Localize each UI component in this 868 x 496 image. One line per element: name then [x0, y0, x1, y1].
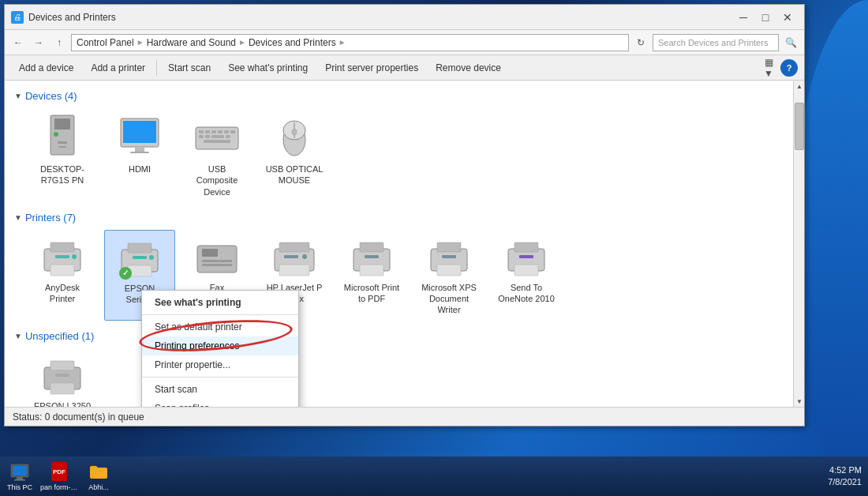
svg-rect-47: [365, 255, 379, 258]
epson-icon-wrap: ✓: [116, 235, 163, 283]
svg-rect-38: [202, 264, 232, 266]
search-icon: 🔍: [782, 34, 799, 51]
close-button[interactable]: ✕: [777, 9, 798, 25]
status-text: Status: 0 document(s) in queue: [13, 411, 144, 423]
toolbar-right: ▦ ▼ ?: [760, 59, 798, 77]
forward-button[interactable]: →: [30, 34, 47, 51]
scroll-up-arrow[interactable]: ▲: [794, 81, 804, 92]
svg-point-29: [72, 254, 77, 259]
ms-pdf-label: Microsoft Print to PDF: [341, 282, 402, 305]
start-scan-button[interactable]: Start scan: [160, 60, 219, 76]
svg-rect-37: [202, 260, 232, 262]
svg-rect-46: [360, 265, 383, 276]
see-whats-printing-button[interactable]: See what's printing: [220, 60, 316, 76]
add-printer-button[interactable]: Add a printer: [83, 60, 153, 76]
devices-collapse-arrow: ▼: [14, 92, 22, 100]
svg-rect-40: [279, 242, 309, 252]
maximize-button[interactable]: □: [755, 9, 776, 25]
ms-xps-label: Microsoft XPS Document Writer: [418, 282, 480, 316]
unspecified-grid: EPSON L3250: [14, 348, 795, 407]
content-area: ▲ ▼ ▼ Devices (4) DESK: [5, 81, 804, 407]
taskbar-this-pc[interactable]: This PC: [0, 457, 39, 496]
fax-icon-wrap: [193, 235, 241, 282]
refresh-button[interactable]: ↻: [632, 34, 649, 51]
ctx-printer-props[interactable]: Printer propertie...: [142, 355, 298, 374]
taskbar-pdf[interactable]: PDF pan form-for-c...: [39, 457, 79, 496]
ms-pdf-icon-wrap: [348, 235, 395, 282]
scroll-down-arrow[interactable]: ▼: [794, 396, 804, 407]
context-menu: See what's printing Set as default print…: [141, 290, 299, 407]
printer-onenote[interactable]: Send To OneNote 2010: [491, 230, 562, 321]
device-desktop[interactable]: DESKTOP-R7G1S PN: [27, 108, 98, 202]
device-mouse[interactable]: USB OPTICAL MOUSE: [259, 108, 330, 202]
toolbar-separator: [156, 60, 157, 76]
svg-rect-59: [55, 374, 69, 377]
svg-rect-36: [202, 249, 218, 257]
taskbar-folder[interactable]: Abhi...: [79, 457, 118, 496]
ctx-set-default[interactable]: Set as default printer: [142, 318, 298, 336]
taskbar: This PC PDF pan form-for-c... Abhi... 4:…: [0, 457, 868, 496]
printer-ms-pdf[interactable]: Microsoft Print to PDF: [336, 230, 407, 321]
window-icon: 🖨: [11, 11, 24, 24]
ctx-start-scan[interactable]: Start scan: [142, 380, 298, 399]
monitor-icon: [116, 113, 163, 160]
svg-rect-20: [204, 140, 230, 143]
unspecified-section-header[interactable]: ▼ Unspecified (1): [14, 330, 795, 342]
svg-rect-6: [123, 121, 156, 143]
search-box[interactable]: Search Devices and Printers: [653, 34, 779, 51]
search-placeholder: Search Devices and Printers: [658, 38, 768, 47]
svg-rect-17: [205, 135, 210, 138]
printer-ms-xps[interactable]: Microsoft XPS Document Writer: [413, 230, 485, 321]
up-button[interactable]: ↑: [51, 34, 68, 51]
device-hdmi-label: HDMI: [129, 163, 151, 175]
printer-anydesk[interactable]: AnyDesk Printer: [27, 230, 98, 321]
unspecified-section-title: Unspecified (1): [25, 330, 94, 342]
addressbar: ← → ↑ Control Panel ► Hardware and Sound…: [5, 30, 804, 55]
svg-rect-4: [58, 146, 66, 148]
printers-section-header[interactable]: ▼ Printers (7): [14, 212, 795, 224]
remove-device-button[interactable]: Remove device: [428, 60, 509, 76]
svg-point-2: [54, 132, 58, 137]
unspecified-collapse-arrow: ▼: [14, 332, 22, 340]
scrollbar-thumb[interactable]: [795, 103, 804, 150]
svg-rect-13: [218, 130, 223, 133]
devices-section-title: Devices (4): [25, 90, 77, 102]
svg-text:PDF: PDF: [53, 468, 65, 475]
svg-rect-45: [360, 242, 383, 252]
printers-collapse-arrow: ▼: [14, 213, 22, 222]
svg-rect-1: [54, 118, 70, 130]
device-epson-l3250[interactable]: EPSON L3250: [27, 348, 98, 407]
this-pc-icon: [9, 460, 31, 483]
toolbar: Add a device Add a printer Start scan Se…: [5, 55, 804, 81]
breadcrumb[interactable]: Control Panel ► Hardware and Sound ► Dev…: [71, 34, 629, 51]
taskbar-right: 4:52 PM 7/8/2021: [828, 464, 868, 489]
print-server-props-button[interactable]: Print server properties: [317, 60, 426, 76]
ms-xps-icon-wrap: [425, 235, 473, 282]
hp-icon-wrap: [271, 235, 318, 282]
view-options-button[interactable]: ▦ ▼: [760, 59, 777, 77]
add-device-button[interactable]: Add a device: [11, 60, 81, 76]
svg-rect-58: [51, 383, 74, 394]
devices-section-header[interactable]: ▼ Devices (4): [14, 90, 795, 102]
device-hdmi[interactable]: HDMI: [104, 108, 175, 202]
svg-rect-3: [58, 141, 67, 144]
ctx-printing-preferences[interactable]: Printing preferences: [142, 336, 298, 355]
clock: 4:52 PM 7/8/2021: [828, 464, 862, 489]
device-usb-composite[interactable]: USB Composite Device: [181, 108, 253, 202]
device-usb-label: USB Composite Device: [186, 163, 248, 197]
ctx-see-whats-printing[interactable]: See what's printing: [142, 293, 298, 312]
help-button[interactable]: ?: [780, 59, 798, 77]
minimize-button[interactable]: ─: [733, 9, 754, 25]
back-button[interactable]: ←: [9, 34, 27, 51]
breadcrumb-hw: Hardware and Sound: [147, 37, 236, 48]
statusbar: Status: 0 document(s) in queue: [5, 407, 804, 426]
svg-rect-54: [514, 265, 538, 276]
svg-rect-28: [55, 255, 69, 258]
ctx-scan-profiles[interactable]: Scan profiles...: [142, 399, 298, 407]
svg-point-34: [149, 255, 154, 260]
svg-rect-8: [130, 152, 149, 153]
titlebar: 🖨 Devices and Printers ─ □ ✕: [5, 5, 804, 30]
svg-rect-18: [211, 135, 224, 138]
folder-icon: [88, 460, 110, 483]
epson-l3250-label: EPSON L3250: [34, 400, 91, 407]
